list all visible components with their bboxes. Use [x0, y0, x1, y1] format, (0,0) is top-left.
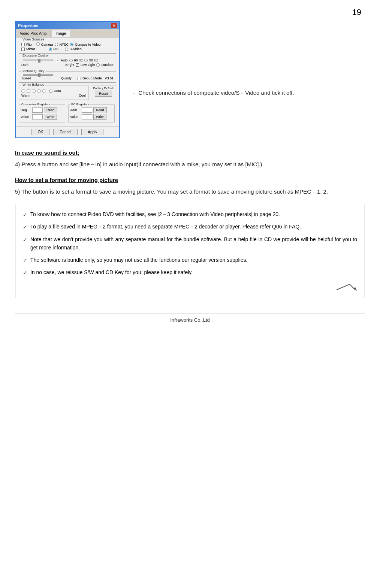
- wb-radio-5[interactable]: [42, 89, 46, 93]
- composite-radio[interactable]: [70, 43, 73, 46]
- factory-title: Factory Default: [93, 87, 114, 90]
- mirror-label: Mirror: [26, 47, 35, 51]
- mirror-checkbox[interactable]: [21, 48, 25, 51]
- video-sources-title: Video Sources: [21, 37, 45, 41]
- checkmark-3: ✓: [23, 236, 27, 244]
- info-item-4: ✓ The software is bundle only, so you ma…: [23, 256, 357, 264]
- top-section: Properties ✕ Video Proc Amp Image Video …: [15, 21, 365, 138]
- camera-radio-wrap: [36, 42, 40, 46]
- i2c-row2: Value Write: [70, 114, 113, 120]
- exposure-row1: Auto 60 Hz 50 Hz: [21, 58, 114, 62]
- info-item-1: ✓ To know how to connect Pideo DVD with …: [23, 210, 357, 219]
- i2c-row1: Addr Read: [70, 107, 113, 113]
- camera-radio[interactable]: [36, 42, 40, 46]
- info-item-text-2: To play a file saved in MPEG－2 format, y…: [30, 222, 357, 231]
- exposure-slider[interactable]: [23, 60, 53, 61]
- auto-checkbox[interactable]: [56, 59, 59, 62]
- speed-label: Speed: [21, 76, 31, 80]
- svideo-label: S-Video: [70, 47, 82, 51]
- addr-input[interactable]: [82, 107, 92, 113]
- hz60-radio[interactable]: [69, 59, 73, 62]
- white-balance-group: White Balance Auto Warm Cool: [19, 85, 88, 100]
- composite-label: Composite Video: [75, 43, 100, 46]
- i2c-write-button[interactable]: Write: [93, 114, 106, 120]
- tab-video-proc-amp[interactable]: Video Proc Amp: [16, 30, 51, 37]
- format-body: 5) The button is to set a format to save…: [15, 187, 365, 197]
- video-sources-row1: Flip Camera NTSC Composite Video: [21, 42, 114, 46]
- wb-radio-4[interactable]: [37, 89, 41, 93]
- tab-image[interactable]: Image: [52, 30, 70, 37]
- cancel-button[interactable]: Cancel: [53, 129, 78, 135]
- ntsc-radio[interactable]: [55, 43, 58, 46]
- i2c-value-label: Value: [70, 115, 81, 119]
- wb-auto-radio[interactable]: [49, 90, 52, 93]
- dialog-body: Video Sources Flip Camera NTSC Composite…: [16, 37, 119, 126]
- lowlight-label: Low Light: [81, 63, 95, 67]
- reset-button[interactable]: Reset: [95, 91, 112, 97]
- info-item-text-1: To know how to connect Pideo DVD with fa…: [30, 210, 357, 218]
- pal-label: PAL: [54, 47, 60, 51]
- auto-label: Auto: [61, 58, 68, 62]
- i2c-value-input[interactable]: [82, 114, 92, 119]
- pal-radio[interactable]: [49, 48, 52, 51]
- wb-radio-2[interactable]: [27, 89, 30, 93]
- page-footer: Infraworks Co.,Ltd: [15, 313, 365, 323]
- version-label: V3.01: [105, 76, 114, 80]
- ok-button[interactable]: OK: [31, 129, 49, 135]
- hz50-label: 50 Hz: [89, 58, 98, 62]
- info-item-text-4: The software is bundle only, so you may …: [30, 256, 357, 264]
- arrow-icon: [335, 281, 357, 292]
- checkmark-1: ✓: [23, 210, 27, 219]
- debug-checkbox[interactable]: [78, 77, 81, 80]
- i2c-read-button[interactable]: Read: [93, 107, 107, 113]
- factory-default-box: Factory Default Reset: [91, 85, 116, 102]
- wb-row2: Warm Cool: [21, 94, 86, 97]
- reg-label: Reg: [21, 108, 31, 112]
- no-sound-heading: In case no sound is out;: [15, 149, 365, 156]
- cool-label: Cool: [79, 94, 86, 97]
- checkmark-2: ✓: [23, 223, 27, 231]
- dark-label: Dark: [21, 63, 28, 67]
- apply-button[interactable]: Apply: [81, 129, 103, 135]
- outdoor-label: Outdoor: [101, 63, 114, 67]
- wb-row1: Auto: [21, 89, 86, 93]
- reg-input[interactable]: [32, 107, 43, 113]
- wb-radio-3[interactable]: [32, 89, 36, 93]
- dialog-footer: OK Cancel Apply: [16, 126, 119, 137]
- checkmark-5: ✓: [23, 269, 27, 277]
- crescentec-group: Crescentec Registers Reg Read Value Writ…: [19, 104, 65, 122]
- flip-checkbox[interactable]: [21, 43, 25, 46]
- ntsc-label: NTSC: [60, 43, 69, 46]
- wb-radio-1[interactable]: [21, 89, 25, 93]
- reg-read-button[interactable]: Read: [44, 107, 57, 113]
- video-sources-group: Video Sources Flip Camera NTSC Composite…: [19, 40, 116, 54]
- wb-title: White Balance: [21, 83, 45, 87]
- dialog-title: Properties: [18, 23, 38, 28]
- svideo-radio[interactable]: [65, 48, 68, 51]
- svg-marker-0: [353, 287, 357, 291]
- flip-label: Flip: [26, 43, 32, 46]
- properties-dialog: Properties ✕ Video Proc Amp Image Video …: [15, 21, 120, 138]
- wb-auto-label: Auto: [54, 89, 61, 93]
- picture-quality-row1: [21, 74, 114, 76]
- reg-write-button[interactable]: Write: [44, 114, 57, 120]
- picture-quality-title: Picture Quality: [21, 69, 46, 73]
- wb-factory-section: White Balance Auto Warm Cool: [19, 85, 116, 102]
- dialog-titlebar: Properties ✕: [16, 22, 119, 29]
- value-label: Value: [21, 115, 31, 119]
- outdoor-radio[interactable]: [96, 63, 100, 67]
- format-section: How to set a format for moving picture 5…: [15, 177, 365, 197]
- exposure-title: Exposure Control: [21, 54, 50, 57]
- quality-slider[interactable]: [23, 74, 53, 76]
- lowlight-checkbox[interactable]: [76, 63, 79, 67]
- value-input[interactable]: [32, 114, 43, 119]
- info-box: ✓ To know how to connect Pideo DVD with …: [15, 204, 365, 298]
- hz50-radio[interactable]: [84, 59, 88, 62]
- dialog-close-button[interactable]: ✕: [111, 23, 117, 28]
- description-text: － Check connections of composite video/S…: [131, 21, 365, 97]
- picture-quality-row2: Speed Quality Debug Mode V3.01: [21, 76, 114, 80]
- info-item-text-5: In no case, we reissue S/W and CD Key fo…: [30, 268, 357, 276]
- quality-label: Quality: [61, 76, 72, 80]
- i2c-group: I2C Registers Addr Read Value Write: [68, 104, 115, 122]
- exposure-row2: Dark Bright Low Light Outdoor: [21, 63, 114, 67]
